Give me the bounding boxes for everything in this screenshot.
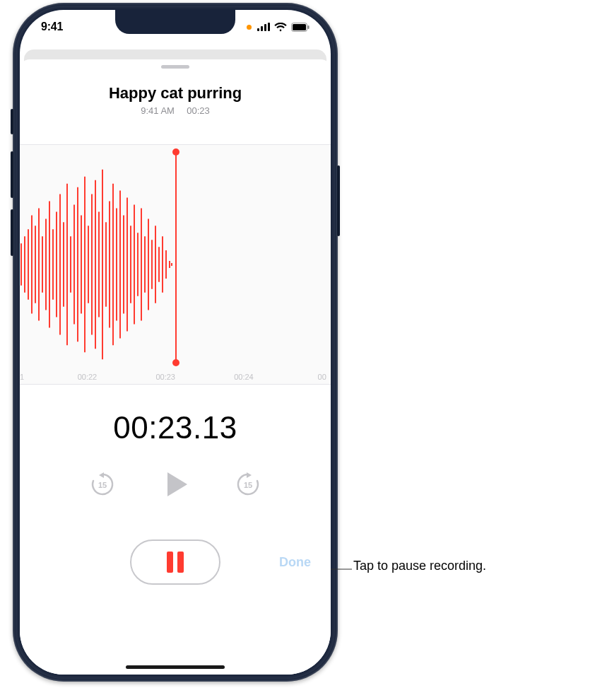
skip-forward-15-icon: 15	[234, 470, 262, 498]
skip-forward-button[interactable]: 15	[234, 470, 262, 501]
side-button-volume-down	[11, 209, 13, 256]
side-button-volume-up	[11, 151, 13, 198]
skip-back-button[interactable]: 15	[88, 470, 117, 501]
recording-duration: 00:23	[187, 105, 210, 116]
home-indicator[interactable]	[126, 665, 225, 669]
timeline-ticks: 21 00:22 00:23 00:24 00	[20, 373, 331, 381]
recording-time: 9:41 AM	[141, 105, 175, 116]
svg-rect-1	[293, 24, 306, 30]
svg-text:15: 15	[244, 481, 252, 489]
status-right	[247, 23, 310, 32]
bottom-row: Done	[20, 537, 331, 587]
timeline-tick: 00:24	[234, 373, 254, 381]
play-button[interactable]	[159, 468, 192, 503]
pause-icon	[167, 552, 184, 573]
playback-controls: 15 15	[20, 468, 331, 503]
recording-indicator-dot	[247, 25, 252, 30]
play-icon	[159, 468, 192, 501]
side-button-power	[337, 165, 340, 236]
sheet-grabber[interactable]	[161, 65, 189, 69]
recording-title[interactable]: Happy cat purring	[20, 84, 331, 103]
timeline-tick: 21	[20, 373, 24, 381]
timeline-tick: 00:22	[78, 373, 98, 381]
recording-subinfo: 9:41 AM 00:23	[20, 105, 331, 116]
status-time: 9:41	[41, 21, 63, 33]
svg-rect-2	[308, 25, 310, 29]
callout-label: Tap to pause recording.	[353, 559, 486, 573]
timeline-tick: 00	[318, 373, 326, 381]
recording-sheet: Happy cat purring 9:41 AM 00:23	[20, 59, 331, 675]
notch	[115, 10, 235, 34]
done-button[interactable]: Done	[279, 555, 311, 570]
elapsed-counter: 00:23.13	[20, 410, 331, 445]
battery-icon	[291, 23, 310, 32]
phone-frame: 9:41 Happy cat purring	[13, 3, 338, 682]
wifi-icon	[274, 23, 287, 32]
timeline-tick: 00:23	[155, 373, 175, 381]
side-button-silence	[11, 109, 13, 134]
pause-recording-button[interactable]	[130, 539, 220, 585]
playhead-indicator[interactable]	[175, 152, 177, 363]
skip-back-15-icon: 15	[88, 470, 117, 498]
cellular-icon	[257, 23, 270, 31]
recording-header: Happy cat purring 9:41 AM 00:23	[20, 84, 331, 116]
waveform-area[interactable]: 21 00:22 00:23 00:24 00	[20, 144, 331, 385]
screen: 9:41 Happy cat purring	[20, 10, 331, 675]
svg-text:15: 15	[98, 481, 107, 489]
